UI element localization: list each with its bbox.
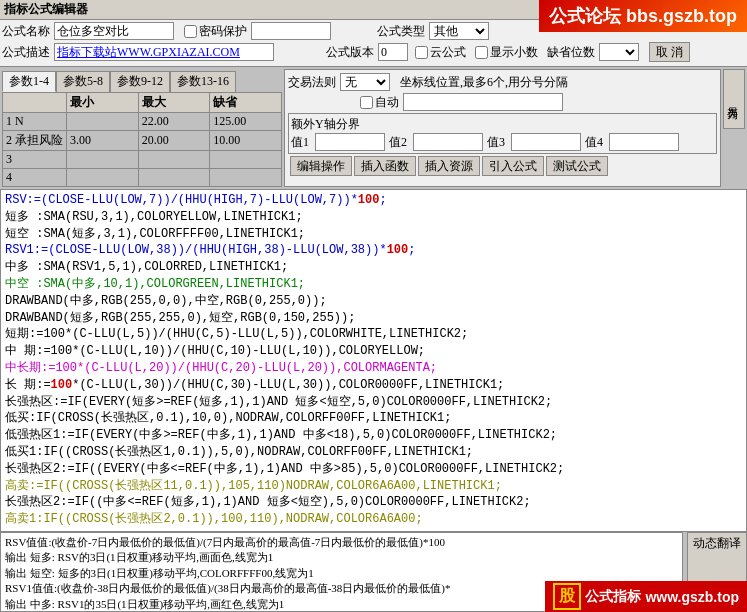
- middle-section: 参数1-4 参数5-8 参数9-12 参数13-16 最小 最大 缺省: [0, 67, 747, 189]
- right-panel: 交易法则 无 坐标线位置,最多6个,用分号分隔 自动: [284, 69, 721, 187]
- auto-label: 自动: [375, 94, 399, 111]
- tabs-row: 参数1-4 参数5-8 参数9-12 参数13-16: [2, 71, 282, 92]
- stock-icon: 股: [553, 583, 581, 610]
- params-table: 最小 最大 缺省 1 N 2 承担风险: [2, 92, 282, 187]
- password-checkbox[interactable]: [184, 25, 197, 38]
- param1-max[interactable]: [142, 114, 207, 129]
- password-input[interactable]: [251, 22, 331, 40]
- watermark2-url: www.gszb.top: [645, 589, 739, 605]
- save-as-button[interactable]: 另存为: [723, 69, 745, 129]
- decimal-select[interactable]: [599, 43, 639, 61]
- watermark-bottom: 股 公式指标 www.gszb.top: [545, 581, 747, 612]
- password-label: 密码保护: [199, 23, 247, 40]
- desc-line-1: RSV值值:(收盘价-7日内最低价的最低值)/(7日内最高价的最高值-7日内最低…: [5, 535, 678, 550]
- col-header-min: 最小: [67, 93, 139, 113]
- coord-input[interactable]: [403, 93, 563, 111]
- tab-params-5-8[interactable]: 参数5-8: [56, 71, 110, 92]
- formula-version-input[interactable]: [378, 43, 408, 61]
- edit-ops-button[interactable]: 编辑操作: [290, 156, 352, 176]
- value2-input[interactable]: [413, 133, 483, 151]
- value4-label: 值4: [585, 134, 603, 151]
- code-line-7: DRAWBAND(中多,RGB(255,0,0),中空,RGB(0,255,0)…: [5, 293, 742, 310]
- value2-label: 值2: [389, 134, 407, 151]
- window-title: 指标公式编辑器: [4, 1, 88, 18]
- tab-params-9-12[interactable]: 参数9-12: [110, 71, 170, 92]
- decimal-label: 缺省位数: [547, 44, 595, 61]
- code-line-19: 长强热区2:=IF((中多<=REF(短多,1),1)AND 短多<短空),5,…: [5, 494, 742, 511]
- right-buttons: 另存为: [723, 69, 745, 187]
- show-small-label: 显示小数: [490, 44, 538, 61]
- code-line-15: 低强热区1:=IF(EVERY(中多>=REF(中多,1),1)AND 中多<1…: [5, 427, 742, 444]
- insert-resource-button[interactable]: 插入资源: [418, 156, 480, 176]
- extra-axis-label: 额外Y轴分界: [291, 116, 712, 133]
- param1-min[interactable]: [70, 114, 135, 129]
- code-line-12: 长 期:=100*(C-LLU(L,30))/(HHU(C,30)-LLU(L,…: [5, 377, 742, 394]
- code-line-20: 高卖1:IF((CROSS(长强热区2,0.1)),100,110),NODRA…: [5, 511, 742, 528]
- main-content: 公式名称 密码保护 公式类型 其他 公式描述 公: [0, 20, 747, 612]
- param3-default[interactable]: [213, 152, 278, 167]
- code-line-14: 低买:IF(CROSS(长强热区,0.1),10,0),NODRAW,COLOR…: [5, 410, 742, 427]
- value3-label: 值3: [487, 134, 505, 151]
- tab-params-13-16[interactable]: 参数13-16: [170, 71, 236, 92]
- auto-checkbox[interactable]: [360, 96, 373, 109]
- formula-desc-label: 公式描述: [2, 44, 50, 61]
- code-line-9: 短期:=100*(C-LLU(L,5))/(HHU(C,5)-LLU(L,5))…: [5, 326, 742, 343]
- formula-name-label: 公式名称: [2, 23, 50, 40]
- code-line-1: RSV:=(CLOSE-LLU(LOW,7))/(HHU(HIGH,7)-LLU…: [5, 192, 742, 209]
- code-line-11: 中长期:=100*(C-LLU(L,20))/(HHU(C,20)-LLU(L,…: [5, 360, 742, 377]
- param4-max[interactable]: [142, 170, 207, 185]
- param1-default[interactable]: [213, 114, 278, 129]
- trading-rules-select[interactable]: 无: [340, 73, 390, 91]
- desc-line-2: 输出 短多: RSV的3日(1日权重)移动平均,画面色,线宽为1: [5, 550, 678, 565]
- formula-name-input[interactable]: [54, 22, 174, 40]
- watermark-top: 公式论坛 bbs.gszb.top: [539, 0, 747, 32]
- import-formula-button[interactable]: 引入公式: [482, 156, 544, 176]
- code-line-2: 短多 :SMA(RSU,3,1),COLORYELLOW,LINETHICK1;: [5, 209, 742, 226]
- form-row-2: 公式描述 公式版本 云公式 显示小数 缺省位数 取 消: [2, 42, 745, 62]
- param2-default[interactable]: [213, 133, 278, 148]
- param3-max[interactable]: [142, 152, 207, 167]
- cancel-button[interactable]: 取 消: [649, 42, 690, 62]
- col-header-name: [3, 93, 67, 113]
- param4-min[interactable]: [70, 170, 135, 185]
- param2-max[interactable]: [142, 133, 207, 148]
- code-line-13: 长强热区:=IF(EVERY(短多>=REF(短多,1),1)AND 短多<短空…: [5, 394, 742, 411]
- watermark2-text: 公式指标: [585, 588, 641, 606]
- table-row: 2 承担风险: [3, 131, 282, 151]
- table-row: 3: [3, 151, 282, 169]
- desc-line-3: 输出 短空: 短多的3日(1日权重)移动平均,COLORFFFF00,线宽为1: [5, 566, 678, 581]
- coord-label: 坐标线位置,最多6个,用分号分隔: [400, 74, 568, 91]
- col-header-default: 缺省: [210, 93, 282, 113]
- value4-input[interactable]: [609, 133, 679, 151]
- code-line-10: 中 期:=100*(C-LLU(L,10))/(HHU(C,10)-LLU(L,…: [5, 343, 742, 360]
- param3-min[interactable]: [70, 152, 135, 167]
- trading-rules-label: 交易法则: [288, 74, 336, 91]
- code-line-18: 高卖:=IF((CROSS(长强热区11,0.1)),105,110)NODRA…: [5, 478, 742, 495]
- cloud-checkbox[interactable]: [415, 46, 428, 59]
- insert-func-button[interactable]: 插入函数: [354, 156, 416, 176]
- watermark-text: 公式论坛 bbs.gszb.top: [549, 6, 737, 26]
- code-line-4: RSV1:=(CLOSE-LLU(LOW,38))/(HHU(HIGH,38)-…: [5, 242, 742, 259]
- param2-min[interactable]: [70, 133, 135, 148]
- formula-desc-input[interactable]: [54, 43, 274, 61]
- value1-input[interactable]: [315, 133, 385, 151]
- toolbar-row: 编辑操作 插入函数 插入资源 引入公式 测试公式: [288, 154, 717, 178]
- show-small-checkbox[interactable]: [475, 46, 488, 59]
- table-row: 4: [3, 169, 282, 187]
- value1-label: 值1: [291, 134, 309, 151]
- test-formula-button[interactable]: 测试公式: [546, 156, 608, 176]
- axis-row: 值1 值2 值3 值4: [291, 133, 714, 151]
- table-row: 1 N: [3, 113, 282, 131]
- formula-type-select[interactable]: 其他: [429, 22, 489, 40]
- code-line-6: 中空 :SMA(中多,10,1),COLORGREEN,LINETHICK1;: [5, 276, 742, 293]
- value3-input[interactable]: [511, 133, 581, 151]
- param4-default[interactable]: [213, 170, 278, 185]
- col-header-max: 最大: [138, 93, 210, 113]
- trading-rules-row: 交易法则 无 坐标线位置,最多6个,用分号分隔: [288, 73, 717, 91]
- code-editor[interactable]: RSV:=(CLOSE-LLU(LOW,7))/(HHU(HIGH,7)-LLU…: [0, 189, 747, 532]
- code-line-3: 短空 :SMA(短多,3,1),COLORFFFF00,LINETHICK1;: [5, 226, 742, 243]
- tab-params-1-4[interactable]: 参数1-4: [2, 71, 56, 92]
- formula-version-label: 公式版本: [326, 44, 374, 61]
- auto-row: 自动: [288, 93, 717, 111]
- params-section: 参数1-4 参数5-8 参数9-12 参数13-16 最小 最大 缺省: [2, 69, 282, 187]
